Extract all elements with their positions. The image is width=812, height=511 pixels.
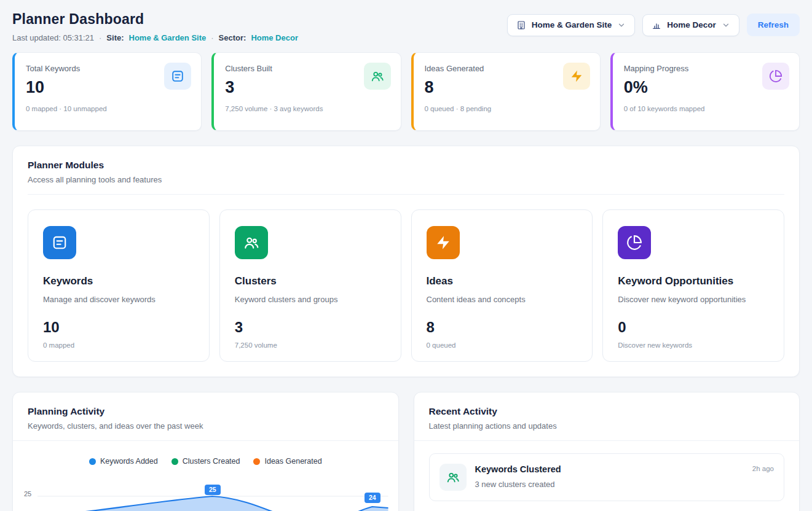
legend-dot-orange (253, 458, 260, 465)
module-title: Keywords (43, 275, 194, 287)
document-icon (164, 63, 191, 90)
legend-dot-blue (89, 458, 96, 465)
building-icon (516, 20, 526, 30)
planner-modules-header: Planner Modules Access all planning tool… (28, 160, 784, 195)
section-title: Planning Activity (28, 406, 384, 417)
section-subtitle: Keywords, clusters, and ideas over the p… (28, 421, 384, 431)
last-updated: Last updated: 05:31:21 (12, 33, 94, 42)
recent-item-description: 3 new clusters created (475, 480, 744, 489)
section-title: Planner Modules (28, 160, 784, 171)
separator: · (211, 33, 213, 42)
module-subtext: Discover new keywords (618, 341, 769, 349)
y-axis-tick: 25 (24, 490, 31, 497)
recent-activity-card: Recent Activity Latest planning actions … (414, 392, 800, 511)
site-selector-dropdown[interactable]: Home & Garden Site (507, 14, 636, 36)
bottom-row: Planning Activity Keywords, clusters, an… (12, 392, 800, 511)
page-title: Planner Dashboard (12, 11, 298, 28)
stat-card-mapping-progress: Mapping Progress 0% 0 of 10 keywords map… (610, 52, 800, 131)
header-titles: Planner Dashboard Last updated: 05:31:21… (12, 11, 298, 42)
planner-modules-section: Planner Modules Access all planning tool… (12, 146, 800, 377)
stat-subtext: 0 of 10 keywords mapped (624, 105, 788, 112)
chevron-down-icon (722, 21, 730, 29)
stat-subtext: 7,250 volume · 3 avg keywords (225, 105, 389, 112)
refresh-button[interactable]: Refresh (747, 14, 800, 36)
users-icon (364, 63, 391, 90)
legend-item-keywords-added: Keywords Added (89, 457, 158, 466)
recent-activity-header: Recent Activity Latest planning actions … (414, 392, 800, 441)
module-subtext: 0 mapped (43, 341, 194, 349)
area-chart: 25 25 24 (23, 473, 388, 511)
module-card-clusters[interactable]: Clusters Keyword clusters and groups 3 7… (219, 209, 401, 362)
legend-label: Ideas Generated (264, 457, 321, 466)
header-controls: Home & Garden Site Home Decor Refresh (507, 11, 800, 36)
module-value: 3 (235, 319, 386, 336)
planning-activity-header: Planning Activity Keywords, clusters, an… (13, 392, 398, 441)
site-selector-value: Home & Garden Site (532, 20, 612, 29)
sector-selector-value: Home Decor (667, 20, 716, 29)
users-icon (440, 464, 467, 491)
chart-legend: Keywords Added Clusters Created Ideas Ge… (13, 457, 398, 466)
sector-link[interactable]: Home Decor (251, 33, 298, 42)
module-card-keywords[interactable]: Keywords Manage and discover keywords 10… (28, 209, 210, 362)
module-subtext: 7,250 volume (235, 341, 386, 349)
bar-chart-icon (652, 20, 661, 30)
data-point-label: 24 (365, 493, 380, 503)
sector-selector-dropdown[interactable]: Home Decor (642, 14, 739, 36)
site-label: Site: (106, 33, 124, 42)
module-description: Discover new keyword opportunities (618, 295, 769, 304)
legend-item-ideas-generated: Ideas Generated (253, 457, 321, 466)
legend-label: Clusters Created (183, 457, 240, 466)
legend-item-clusters-created: Clusters Created (171, 457, 240, 466)
planning-activity-card: Planning Activity Keywords, clusters, an… (12, 392, 399, 511)
recent-item-timestamp: 2h ago (752, 464, 774, 472)
stat-subtext: 0 queued · 8 pending (425, 105, 589, 112)
module-title: Ideas (427, 275, 578, 287)
chevron-down-icon (617, 21, 626, 29)
stat-card-clusters-built: Clusters Built 3 7,250 volume · 3 avg ke… (211, 52, 401, 131)
module-value: 8 (427, 319, 578, 336)
recent-item-texts: Keywords Clustered 3 new clusters create… (475, 464, 744, 489)
module-subtext: 0 queued (427, 341, 578, 349)
users-icon (235, 226, 268, 259)
document-icon (43, 226, 76, 259)
recent-item-title: Keywords Clustered (475, 464, 744, 475)
section-subtitle: Latest planning actions and updates (429, 421, 785, 431)
data-point-label: 25 (205, 485, 221, 495)
pie-chart-icon (762, 63, 789, 90)
pie-chart-icon (618, 226, 651, 259)
module-card-ideas[interactable]: Ideas Content ideas and concepts 8 0 que… (411, 209, 593, 362)
module-value: 10 (43, 319, 194, 336)
module-title: Clusters (235, 275, 386, 287)
stats-row: Total Keywords 10 0 mapped · 10 unmapped… (12, 52, 800, 131)
legend-label: Keywords Added (100, 457, 158, 466)
modules-grid: Keywords Manage and discover keywords 10… (28, 209, 784, 362)
zap-icon (427, 226, 460, 259)
section-title: Recent Activity (429, 406, 785, 417)
module-card-keyword-opportunities[interactable]: Keyword Opportunities Discover new keywo… (602, 209, 784, 362)
stat-card-total-keywords: Total Keywords 10 0 mapped · 10 unmapped (12, 52, 202, 131)
section-subtitle: Access all planning tools and features (28, 175, 784, 184)
topbar: Planner Dashboard Last updated: 05:31:21… (12, 11, 800, 42)
legend-dot-green (171, 458, 178, 465)
page-subtitle: Last updated: 05:31:21 · Site: Home & Ga… (12, 33, 298, 42)
recent-activity-item: Keywords Clustered 3 new clusters create… (429, 453, 785, 501)
site-link[interactable]: Home & Garden Site (129, 33, 207, 42)
zap-icon (563, 63, 590, 90)
sector-label: Sector: (219, 33, 246, 42)
module-description: Keyword clusters and groups (235, 295, 386, 304)
stat-subtext: 0 mapped · 10 unmapped (26, 105, 190, 112)
module-description: Manage and discover keywords (43, 295, 194, 304)
separator: · (99, 33, 101, 42)
module-value: 0 (618, 319, 769, 336)
stat-card-ideas-generated: Ideas Generated 8 0 queued · 8 pending (411, 52, 601, 131)
module-description: Content ideas and concepts (427, 295, 578, 304)
module-title: Keyword Opportunities (618, 275, 769, 287)
